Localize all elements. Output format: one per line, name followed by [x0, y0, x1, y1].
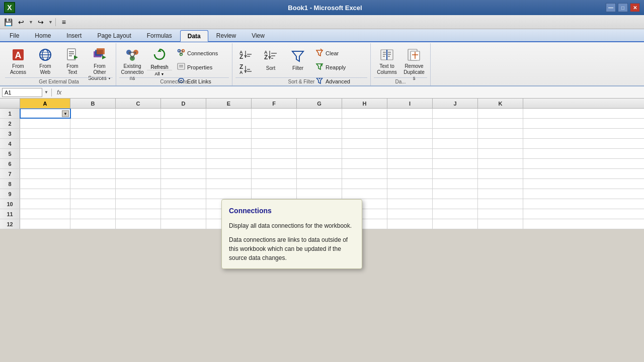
- row-header-10[interactable]: 10: [0, 199, 20, 209]
- minimize-button[interactable]: —: [606, 3, 616, 12]
- cell-c6[interactable]: [116, 159, 161, 168]
- cell-k1[interactable]: [478, 109, 523, 118]
- text-to-columns-button[interactable]: Text toColumns: [374, 45, 400, 76]
- cell-b8[interactable]: [70, 179, 116, 189]
- cell-c4[interactable]: [116, 139, 161, 148]
- cell-d7[interactable]: [161, 169, 206, 178]
- cell-i10[interactable]: [387, 199, 433, 209]
- cell-g4[interactable]: [297, 139, 342, 148]
- close-button[interactable]: ✕: [630, 3, 640, 12]
- cell-a3[interactable]: [20, 129, 70, 138]
- cell-e1[interactable]: [206, 109, 252, 118]
- sort-descending-button[interactable]: Z A: [235, 62, 257, 76]
- cell-d5[interactable]: [161, 149, 206, 158]
- cell-a2[interactable]: [20, 119, 70, 128]
- corner-cell[interactable]: [0, 99, 20, 108]
- cell-k3[interactable]: [478, 129, 523, 138]
- row-header-8[interactable]: 8: [0, 179, 20, 189]
- refresh-all-button[interactable]: Refresh All ▼: [146, 45, 173, 76]
- cell-b12[interactable]: [70, 219, 116, 229]
- cell-h5[interactable]: [342, 149, 387, 158]
- col-header-g[interactable]: G: [297, 99, 342, 108]
- row-header-7[interactable]: 7: [0, 169, 20, 178]
- cell-i9[interactable]: [387, 189, 433, 199]
- cell-k11[interactable]: [478, 209, 523, 219]
- cell-d11[interactable]: [161, 209, 206, 219]
- cell-a9[interactable]: [20, 189, 70, 199]
- row-header-9[interactable]: 9: [0, 189, 20, 199]
- cell-a5[interactable]: [20, 149, 70, 158]
- name-box-dropdown[interactable]: ▼: [44, 90, 48, 95]
- from-other-sources-button[interactable]: From OtherSources: [87, 45, 113, 76]
- cell-e7[interactable]: [206, 169, 252, 178]
- refresh-all-dropdown[interactable]: All ▼: [147, 70, 172, 77]
- row-header-1[interactable]: 1: [0, 109, 20, 118]
- sort-button[interactable]: A Z Sort: [258, 45, 284, 76]
- cell-e2[interactable]: [206, 119, 252, 128]
- cell-f5[interactable]: [252, 149, 297, 158]
- cell-c5[interactable]: [116, 149, 161, 158]
- cell-a6[interactable]: [20, 159, 70, 168]
- cell-b4[interactable]: [70, 139, 116, 148]
- cell-d8[interactable]: [161, 179, 206, 189]
- cell-h1[interactable]: [342, 109, 387, 118]
- cell-c7[interactable]: [116, 169, 161, 178]
- cell-h3[interactable]: [342, 129, 387, 138]
- cell-b10[interactable]: [70, 199, 116, 209]
- cell-d1[interactable]: [161, 109, 206, 118]
- cell-j5[interactable]: [433, 149, 478, 158]
- cell-a4[interactable]: [20, 139, 70, 148]
- redo-button[interactable]: ↪: [35, 17, 47, 28]
- cell-c8[interactable]: [116, 179, 161, 189]
- row-header-6[interactable]: 6: [0, 159, 20, 168]
- cell-b5[interactable]: [70, 149, 116, 158]
- from-text-button[interactable]: FromText: [59, 45, 86, 76]
- cell-j11[interactable]: [433, 209, 478, 219]
- row-header-2[interactable]: 2: [0, 119, 20, 128]
- autocomplete-arrow-icon[interactable]: ▼: [62, 110, 69, 117]
- col-header-e[interactable]: E: [206, 99, 252, 108]
- cell-h2[interactable]: [342, 119, 387, 128]
- col-header-j[interactable]: J: [433, 99, 478, 108]
- cell-j10[interactable]: [433, 199, 478, 209]
- cell-j8[interactable]: [433, 179, 478, 189]
- cell-k12[interactable]: [478, 219, 523, 229]
- cell-g6[interactable]: [297, 159, 342, 168]
- cell-j6[interactable]: [433, 159, 478, 168]
- cell-h7[interactable]: [342, 169, 387, 178]
- cell-j2[interactable]: [433, 119, 478, 128]
- cell-b11[interactable]: [70, 209, 116, 219]
- cell-e9[interactable]: [206, 189, 252, 199]
- cell-a1[interactable]: ▼: [20, 109, 70, 118]
- cell-e4[interactable]: [206, 139, 252, 148]
- cell-c1[interactable]: [116, 109, 161, 118]
- cell-h6[interactable]: [342, 159, 387, 168]
- cell-d10[interactable]: [161, 199, 206, 209]
- customize-quick-access[interactable]: ≡: [58, 17, 70, 28]
- row-header-4[interactable]: 4: [0, 139, 20, 148]
- cell-e3[interactable]: [206, 129, 252, 138]
- cell-a10[interactable]: [20, 199, 70, 209]
- cell-d6[interactable]: [161, 159, 206, 168]
- cell-d2[interactable]: [161, 119, 206, 128]
- cell-k2[interactable]: [478, 119, 523, 128]
- cell-j9[interactable]: [433, 189, 478, 199]
- cell-d3[interactable]: [161, 129, 206, 138]
- cell-h9[interactable]: [342, 189, 387, 199]
- cell-e8[interactable]: [206, 179, 252, 189]
- cell-j4[interactable]: [433, 139, 478, 148]
- row-header-3[interactable]: 3: [0, 129, 20, 138]
- col-header-b[interactable]: B: [70, 99, 116, 108]
- cell-f4[interactable]: [252, 139, 297, 148]
- col-header-h[interactable]: H: [342, 99, 387, 108]
- cell-g7[interactable]: [297, 169, 342, 178]
- row-header-5[interactable]: 5: [0, 149, 20, 158]
- cell-g8[interactable]: [297, 179, 342, 189]
- cell-b6[interactable]: [70, 159, 116, 168]
- cell-i11[interactable]: [387, 209, 433, 219]
- tab-page-layout[interactable]: Page Layout: [90, 30, 138, 41]
- cell-f2[interactable]: [252, 119, 297, 128]
- cell-h8[interactable]: [342, 179, 387, 189]
- cell-a8[interactable]: [20, 179, 70, 189]
- cell-a7[interactable]: [20, 169, 70, 178]
